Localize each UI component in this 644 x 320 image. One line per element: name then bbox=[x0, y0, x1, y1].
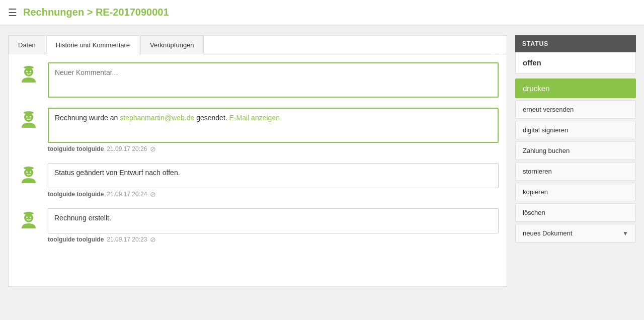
comment-text-2: Status geändert von Entwurf nach offen. bbox=[54, 169, 180, 177]
comment-block-1: Rechnung wurde an stephanmartin@web.de g… bbox=[48, 108, 499, 153]
svg-point-3 bbox=[30, 71, 31, 72]
user-avatar-icon bbox=[18, 209, 40, 231]
hamburger-icon[interactable]: ☰ bbox=[8, 7, 17, 19]
comment-author: toolguide toolguide bbox=[48, 145, 104, 152]
avatar bbox=[17, 108, 41, 132]
status-value: offen bbox=[515, 52, 636, 73]
comment-row-3: Rechnung erstellt. toolguide toolguide 2… bbox=[17, 208, 499, 244]
svg-point-5 bbox=[24, 113, 33, 122]
svg-point-13 bbox=[24, 213, 33, 222]
comment-meta-3: toolguide toolguide 21.09.17 20:23 ⊘ bbox=[48, 235, 499, 244]
comment-time: 21.09.17 20:26 bbox=[107, 145, 147, 152]
comment-box-2: Status geändert von Entwurf nach offen. bbox=[48, 163, 499, 188]
erneut-versenden-button[interactable]: erneut versenden bbox=[515, 100, 636, 119]
comment-meta-1: toolguide toolguide 21.09.17 20:26 ⊘ bbox=[48, 145, 499, 153]
email-link[interactable]: stephanmartin@web.de bbox=[120, 114, 194, 122]
tab-verknuepfungen[interactable]: Verknüpfungen bbox=[140, 36, 203, 54]
comment-text-middle: gesendet. bbox=[194, 114, 229, 122]
drucken-button[interactable]: drucken bbox=[515, 78, 636, 98]
neues-dokument-label: neues Dokument bbox=[523, 229, 572, 237]
new-comment-block bbox=[48, 62, 499, 98]
check-icon: ⊘ bbox=[150, 190, 156, 198]
zahlung-buchen-button[interactable]: Zahlung buchen bbox=[515, 141, 636, 160]
tab-historie[interactable]: Historie und Kommentare bbox=[46, 36, 139, 54]
check-icon: ⊘ bbox=[150, 235, 156, 244]
new-comment-row bbox=[17, 62, 499, 98]
svg-point-15 bbox=[30, 217, 31, 218]
avatar bbox=[17, 62, 41, 87]
comment-row-1: Rechnung wurde an stephanmartin@web.de g… bbox=[17, 108, 499, 153]
kopieren-button[interactable]: kopieren bbox=[515, 183, 636, 201]
comment-text-3: Rechnung erstellt. bbox=[54, 214, 111, 222]
left-panel: Daten Historie und Kommentare Verknüpfun… bbox=[8, 35, 507, 287]
status-header: STATUS bbox=[515, 35, 636, 52]
svg-point-7 bbox=[30, 116, 31, 118]
tabs-bar: Daten Historie und Kommentare Verknüpfun… bbox=[9, 36, 507, 54]
neues-dokument-button[interactable]: neues Dokument ▼ bbox=[515, 224, 636, 243]
chevron-down-icon: ▼ bbox=[622, 230, 628, 237]
stornieren-button[interactable]: stornieren bbox=[515, 162, 636, 181]
new-comment-input[interactable] bbox=[55, 68, 492, 85]
comment-time: 21.09.17 20:24 bbox=[107, 191, 147, 198]
top-header: ☰ Rechnungen > RE-2017090001 bbox=[0, 0, 644, 25]
main-area: Daten Historie und Kommentare Verknüpfun… bbox=[0, 25, 644, 297]
svg-point-9 bbox=[24, 168, 33, 177]
user-avatar-icon bbox=[18, 109, 40, 131]
svg-point-6 bbox=[26, 116, 28, 118]
comment-text-prefix: Rechnung wurde an bbox=[55, 114, 120, 122]
svg-point-2 bbox=[26, 71, 28, 72]
check-icon: ⊘ bbox=[150, 145, 156, 153]
comment-box-1: Rechnung wurde an stephanmartin@web.de g… bbox=[48, 108, 499, 143]
new-comment-box[interactable] bbox=[48, 62, 499, 98]
digital-signieren-button[interactable]: digital signieren bbox=[515, 121, 636, 139]
comment-block-3: Rechnung erstellt. toolguide toolguide 2… bbox=[48, 208, 499, 244]
svg-point-1 bbox=[24, 67, 33, 76]
comment-block-2: Status geändert von Entwurf nach offen. … bbox=[48, 163, 499, 198]
svg-point-11 bbox=[30, 172, 31, 173]
comment-author: toolguide toolguide bbox=[48, 236, 104, 243]
comment-time: 21.09.17 20:23 bbox=[107, 236, 147, 243]
avatar bbox=[17, 208, 41, 232]
right-panel: STATUS offen drucken erneut versenden di… bbox=[515, 35, 636, 245]
comment-row-2: Status geändert von Entwurf nach offen. … bbox=[17, 163, 499, 198]
comment-meta-2: toolguide toolguide 21.09.17 20:24 ⊘ bbox=[48, 190, 499, 198]
tab-daten[interactable]: Daten bbox=[9, 36, 45, 54]
user-avatar-icon bbox=[18, 164, 40, 186]
loeschen-button[interactable]: löschen bbox=[515, 203, 636, 222]
comment-author: toolguide toolguide bbox=[48, 191, 104, 198]
comments-area: Rechnung wurde an stephanmartin@web.de g… bbox=[9, 54, 507, 262]
show-email-link[interactable]: E-Mail anzeigen bbox=[229, 114, 280, 122]
comment-box-3: Rechnung erstellt. bbox=[48, 208, 499, 233]
user-avatar-icon bbox=[18, 63, 40, 86]
avatar bbox=[17, 163, 41, 187]
svg-point-14 bbox=[26, 217, 28, 218]
breadcrumb: Rechnungen > RE-2017090001 bbox=[23, 7, 169, 18]
svg-point-10 bbox=[26, 172, 28, 173]
